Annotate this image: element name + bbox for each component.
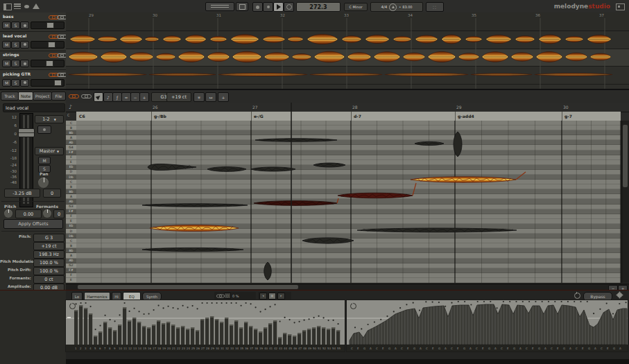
formant-offset-value[interactable]: 0: [53, 209, 64, 218]
piano-key-column[interactable]: CBBbAAbG4F#FEEbDDbCBBbAAbG3F#FEEbDDbCBBb…: [66, 121, 76, 283]
harmonic-bar[interactable]: [244, 322, 248, 345]
piano-key[interactable]: D: [66, 229, 76, 234]
piano-key[interactable]: B: [66, 243, 76, 248]
harmonic-bar[interactable]: [147, 327, 150, 345]
autostretch-icon[interactable]: [389, 3, 397, 11]
record-arm-button[interactable]: [37, 125, 51, 134]
harmonic-bar[interactable]: [230, 324, 233, 345]
tempo-display[interactable]: 272.3: [296, 2, 341, 12]
harmonic-bar[interactable]: [220, 322, 223, 345]
harmonic-bar[interactable]: [79, 305, 83, 345]
separation-tool-button[interactable]: +: [139, 92, 149, 102]
amplitude-tool-button[interactable]: ≈: [121, 92, 131, 102]
piano-key[interactable]: Ab: [66, 199, 76, 204]
panel-toggle-button[interactable]: [236, 2, 248, 11]
piano-key[interactable]: Eb: [66, 224, 76, 229]
harmonic-bar[interactable]: [288, 334, 291, 345]
harmonic-bar[interactable]: [268, 323, 272, 345]
link-small-icon[interactable]: [216, 294, 222, 297]
mute-button[interactable]: M: [38, 157, 51, 164]
harmonic-bar[interactable]: [166, 322, 170, 345]
piano-key[interactable]: A: [66, 253, 76, 258]
track-record-button[interactable]: [20, 79, 29, 87]
track-link-icon-active[interactable]: [49, 53, 55, 58]
harmonic-bar[interactable]: [317, 326, 320, 345]
piano-key[interactable]: F: [66, 273, 76, 278]
piano-key[interactable]: Eb: [66, 165, 76, 170]
piano-key[interactable]: Ab: [66, 259, 76, 263]
param-value[interactable]: 100.0 %: [33, 267, 64, 275]
formant-tool-button[interactable]: ƒ: [112, 92, 122, 102]
waveform-lane[interactable]: [66, 66, 629, 84]
timesig-display[interactable]: 4/4: [381, 5, 387, 9]
volume-fader-thumb[interactable]: [18, 128, 35, 137]
play-button[interactable]: [273, 2, 284, 12]
track-mute-button[interactable]: M: [2, 21, 11, 29]
param-value[interactable]: +19 ct: [33, 242, 64, 250]
piano-key[interactable]: B: [66, 125, 76, 130]
piano-key[interactable]: C: [66, 239, 76, 243]
note-blob-selected[interactable]: [150, 225, 239, 232]
tab-note[interactable]: Note: [18, 92, 33, 101]
snap-button[interactable]: ✳: [193, 92, 205, 102]
link-icon[interactable]: [81, 94, 88, 98]
piano-key[interactable]: G2: [66, 263, 76, 268]
harmonic-bar[interactable]: [210, 316, 214, 345]
param-value[interactable]: 100.0 %: [33, 259, 64, 267]
power-button[interactable]: [574, 293, 580, 299]
track-link-icon-active[interactable]: [49, 35, 55, 39]
harmonic-bar[interactable]: [137, 322, 141, 345]
formant-offset-knob[interactable]: [43, 209, 51, 218]
harmonic-bar[interactable]: [181, 326, 184, 345]
pitch-offset-value[interactable]: 0.00: [15, 209, 42, 218]
track-link-icon-active[interactable]: [49, 15, 55, 19]
harmonic-bar[interactable]: [142, 326, 146, 345]
pan-knob[interactable]: [38, 177, 49, 188]
piano-key[interactable]: A: [66, 135, 76, 140]
piano-key[interactable]: F#: [66, 268, 76, 273]
link-icon-active[interactable]: [69, 94, 76, 98]
harmonic-bar[interactable]: [205, 318, 209, 345]
track-record-button[interactable]: [20, 41, 29, 49]
track-record-button[interactable]: [20, 60, 29, 67]
track-name-field[interactable]: lead vocal: [3, 103, 65, 112]
harmonic-bar[interactable]: [103, 322, 107, 345]
harmonic-bar[interactable]: [191, 327, 194, 345]
track-link-icon[interactable]: [57, 73, 64, 77]
piano-key[interactable]: Bb: [66, 130, 76, 135]
window-layout-button[interactable]: [205, 2, 234, 11]
piano-key[interactable]: D: [66, 170, 76, 175]
timing-tool-button[interactable]: −: [130, 92, 140, 102]
param-value[interactable]: 198.3 Hz: [33, 250, 64, 259]
pitch-offset-knob[interactable]: [4, 209, 12, 218]
key-display[interactable]: C Minor: [344, 3, 368, 11]
track-volume-thumb[interactable]: [46, 60, 53, 67]
track-solo-button[interactable]: S: [11, 60, 20, 67]
harmonic-bar[interactable]: [225, 318, 228, 345]
cycle-button[interactable]: [284, 2, 294, 12]
harmonic-bar[interactable]: [157, 320, 160, 345]
harmonic-bar[interactable]: [264, 327, 267, 345]
se-header-value[interactable]: 0 %: [232, 294, 239, 298]
harmonic-bar[interactable]: [89, 313, 92, 345]
prev-icon[interactable]: ◂: [259, 293, 267, 300]
track-solo-button[interactable]: S: [11, 21, 20, 29]
track-volume-thumb[interactable]: [48, 42, 55, 48]
hscroll-thumb[interactable]: [78, 285, 298, 289]
zoom-tool-button[interactable]: +: [218, 92, 229, 102]
note-blob[interactable]: [251, 167, 295, 171]
harmonic-bar[interactable]: [118, 324, 121, 345]
track-link-icon-active[interactable]: [49, 73, 55, 77]
track-volume-thumb[interactable]: [46, 22, 54, 28]
harmonic-bar[interactable]: [200, 319, 204, 345]
track-name[interactable]: lead vocal: [3, 33, 26, 38]
track-solo-button[interactable]: S: [11, 41, 20, 49]
track-record-button[interactable]: [20, 21, 29, 29]
piano-key[interactable]: F: [66, 155, 76, 160]
tab-file[interactable]: File: [51, 92, 66, 101]
track-name[interactable]: picking GTR: [3, 71, 31, 76]
harmonic-bar[interactable]: [336, 330, 340, 345]
track-link-icon[interactable]: [57, 15, 64, 19]
note-blob-layer[interactable]: [76, 103, 621, 283]
pan-value[interactable]: 0: [43, 189, 61, 198]
